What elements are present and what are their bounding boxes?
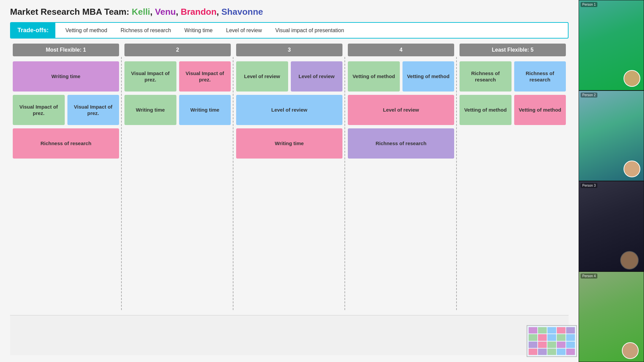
cards-row: Vetting of method Vetting of method [460,95,566,125]
col-header-1: Most Flexible: 1 [13,44,119,56]
col-header-4: 4 [348,44,454,56]
name-brandon: Brandon [181,7,217,17]
tradeoff-item: Richness of research [121,27,171,34]
card-visual-impact: Visual Impact of prez. [179,61,231,92]
card-vetting: Vetting of method [402,61,454,92]
card-vetting: Vetting of method [460,95,512,125]
col-header-3: 3 [236,44,342,56]
cards-row: Writing time [236,128,342,159]
bottom-area [10,315,569,355]
name-venu: Venu [155,7,176,17]
column-2: 2 Visual Impact of prez. Visual Impact o… [122,44,233,310]
page-title: Market Research MBA Team: Kelli, Venu, B… [10,7,569,17]
main-content: Market Research MBA Team: Kelli, Venu, B… [0,0,579,362]
card-vetting: Vetting of method [348,61,400,92]
tradeoff-item: Level of review [226,27,262,34]
video-label-1: Person 1 [581,2,597,7]
card-writing-time: Writing time [236,128,342,159]
tradeoff-item: Vetting of method [65,27,107,34]
column-5: Least Flexible: 5 Richness of research R… [457,44,569,310]
card-visual-impact: Visual Impact of prez. [67,95,119,125]
card-level-review: Level of review [236,95,342,125]
video-cell-4: Person 4 [579,272,644,362]
tradeoffs-label: Trade-offs: [11,23,55,38]
tradeoffs-items: Vetting of method Richness of research W… [55,23,568,38]
tradeoff-item: Visual impact of presentation [275,27,344,34]
video-label-2: Person 2 [581,93,597,98]
tradeoff-item: Writing time [184,27,213,34]
cards-row: Richness of research [348,128,454,159]
card-richness: Richness of research [460,61,512,92]
cards-row: Level of review [236,95,342,125]
card-writing-time: Writing time [13,61,119,92]
cards-row: Richness of research [13,128,119,159]
slide-thumbnail-preview[interactable] [527,325,577,357]
card-writing-time: Writing time [124,95,176,125]
cards-row: Level of review Level of review [236,61,342,92]
col-header-5: Least Flexible: 5 [460,44,566,56]
card-vetting: Vetting of method [514,95,566,125]
card-richness: Richness of research [514,61,566,92]
card-visual-impact: Visual Impact of prez. [13,95,65,125]
name-shavonne: Shavonne [221,7,263,17]
title-prefix: Market Research MBA Team: [10,7,132,17]
video-cell-2: Person 2 [579,90,644,181]
columns-area: Most Flexible: 1 Writing time Visual Imp… [10,44,569,310]
column-3: 3 Level of review Level of review Level … [233,44,345,310]
bottom-col [122,315,233,355]
card-richness: Richness of research [13,128,119,159]
cards-row: Vetting of method Vetting of method [348,61,454,92]
video-cell-3: Person 3 [579,181,644,272]
cards-row: Visual Impact of prez. Visual Impact of … [124,61,231,92]
col-header-2: 2 [124,44,231,56]
card-level-review: Level of review [291,61,343,92]
bottom-col [345,315,457,355]
cards-row: Writing time Writing time [124,95,231,125]
video-cell-1: Person 1 [579,0,644,90]
card-visual-impact: Visual Impact of prez. [124,61,176,92]
column-4: 4 Vetting of method Vetting of method Le… [345,44,457,310]
bottom-col [10,315,122,355]
video-label-4: Person 4 [581,274,597,279]
video-panel: Person 1 Person 2 Person 3 Person 4 [579,0,644,362]
cards-row: Level of review [348,95,454,125]
video-label-3: Person 3 [581,183,597,188]
card-level-review: Level of review [348,95,454,125]
cards-row: Visual Impact of prez. Visual Impact of … [13,95,119,125]
cards-row: Writing time [13,61,119,92]
card-level-review: Level of review [236,61,288,92]
name-kelli: Kelli [132,7,150,17]
tradeoffs-bar: Trade-offs: Vetting of method Richness o… [10,22,569,39]
card-richness: Richness of research [348,128,454,159]
column-1: Most Flexible: 1 Writing time Visual Imp… [10,44,122,310]
cards-row: Richness of research Richness of researc… [460,61,566,92]
bottom-col [233,315,345,355]
card-writing-time: Writing time [179,95,231,125]
